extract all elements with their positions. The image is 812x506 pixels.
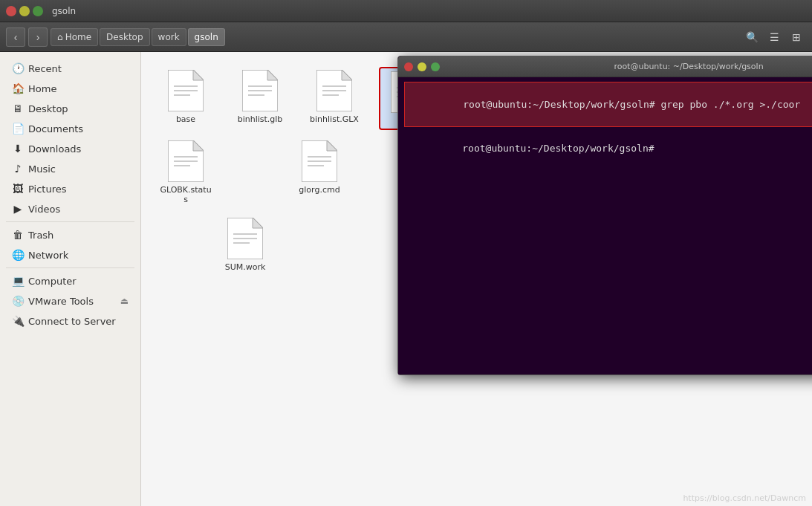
svg-marker-31 xyxy=(327,140,337,151)
terminal-line-0-text: root@ubuntu:~/Desktop/work/gsoln# grep p… xyxy=(463,99,800,110)
watermark: https://blog.csdn.net/Dawncm xyxy=(683,493,806,503)
svg-marker-26 xyxy=(193,140,204,151)
file-icon-base xyxy=(168,70,204,111)
network-icon: 🌐 xyxy=(12,249,24,261)
title-bar-close-button[interactable] xyxy=(6,6,16,16)
sidebar-item-downloads[interactable]: ⬇ Downloads xyxy=(3,139,137,158)
forward-button[interactable]: › xyxy=(28,27,48,47)
desktop-icon: 🖥 xyxy=(12,103,24,114)
title-bar-min-button[interactable] xyxy=(19,6,30,16)
file-item-binhlist-GLX[interactable]: binhlist.GLX xyxy=(305,67,364,130)
sidebar-item-connect[interactable]: 🔌 Connect to Server xyxy=(3,311,137,331)
sidebar-item-downloads-label: Downloads xyxy=(28,143,81,155)
sidebar-item-recent[interactable]: 🕐 Recent xyxy=(3,59,137,78)
file-item-GLOBK-status[interactable]: GLOBK.status xyxy=(156,137,215,207)
recent-icon: 🕐 xyxy=(12,62,24,74)
file-icon-glorg-cmd xyxy=(302,140,337,182)
terminal-body[interactable]: root@ubuntu:~/Desktop/work/gsoln# grep p… xyxy=(398,77,812,374)
music-icon: ♪ xyxy=(12,163,24,175)
title-bar-max-button[interactable] xyxy=(33,6,43,16)
sidebar-item-videos-label: Videos xyxy=(28,204,60,215)
svg-marker-11 xyxy=(342,70,352,80)
eject-icon[interactable]: ⏏ xyxy=(120,296,129,306)
svg-marker-36 xyxy=(253,218,263,228)
breadcrumb-home[interactable]: ⌂ Home xyxy=(51,28,98,46)
toolbar-right: 🔍 ☰ ⊞ xyxy=(742,27,806,47)
computer-icon: 💻 xyxy=(12,275,24,287)
home-icon: ⌂ xyxy=(57,32,63,42)
downloads-icon: ⬇ xyxy=(12,143,24,155)
file-icon-SUM-work xyxy=(227,218,263,259)
back-button[interactable]: ‹ xyxy=(6,27,25,47)
sidebar-item-documents-label: Documents xyxy=(28,123,83,134)
svg-marker-6 xyxy=(267,70,278,80)
view-list-button[interactable]: ☰ xyxy=(764,27,784,47)
sidebar-item-pictures-label: Pictures xyxy=(28,184,66,195)
sidebar-item-pictures[interactable]: 🖼 Pictures xyxy=(3,179,137,198)
sidebar-divider-2 xyxy=(6,267,134,268)
home-icon: 🏠 xyxy=(12,82,24,94)
vmware-icon: 💿 xyxy=(12,295,24,307)
terminal-title: root@ubuntu: ~/Desktop/work/gsoln xyxy=(444,62,812,71)
sidebar-item-vmware[interactable]: 💿 VMware Tools ⏏ xyxy=(3,291,137,311)
sidebar-item-videos[interactable]: ▶ Videos xyxy=(3,199,137,218)
search-button[interactable]: 🔍 xyxy=(742,27,761,47)
view-grid-button[interactable]: ⊞ xyxy=(787,27,806,47)
sidebar-item-network[interactable]: 🌐 Network xyxy=(3,245,137,265)
file-name-binhlist-glb: binhlist.glb xyxy=(238,114,283,124)
file-item-binhlist-glb[interactable]: binhlist.glb xyxy=(230,67,290,130)
sidebar-item-network-label: Network xyxy=(28,250,68,261)
title-bar: gsoln xyxy=(0,0,812,22)
file-name-glorg-cmd: glorg.cmd xyxy=(299,185,340,195)
sidebar-item-trash-label: Trash xyxy=(28,230,53,241)
breadcrumb: ⌂ Home Desktop work gsoln xyxy=(51,28,739,46)
breadcrumb-home-label: Home xyxy=(65,32,91,42)
sidebar-item-computer[interactable]: 💻 Computer xyxy=(3,271,137,291)
terminal-line-1-text: root@ubuntu:~/Desktop/work/gsoln# xyxy=(462,143,660,154)
sidebar-item-vmware-label: VMware Tools xyxy=(28,296,94,307)
file-name-SUM-work: SUM.work xyxy=(225,262,266,272)
terminal-line-0: root@ubuntu:~/Desktop/work/gsoln# grep p… xyxy=(404,82,812,127)
file-name-GLOBK-status: GLOBK.status xyxy=(159,185,212,204)
file-item-SUM-work[interactable]: SUM.work xyxy=(215,215,275,275)
sidebar-item-desktop[interactable]: 🖥 Desktop xyxy=(3,99,137,118)
terminal-close-button[interactable] xyxy=(404,62,413,71)
toolbar: ‹ › ⌂ Home Desktop work gsoln 🔍 ☰ ⊞ xyxy=(0,22,812,52)
terminal-min-button[interactable] xyxy=(418,62,426,71)
pictures-icon: 🖼 xyxy=(12,183,24,195)
videos-icon: ▶ xyxy=(12,203,24,215)
file-name-base: base xyxy=(176,114,195,124)
connect-icon: 🔌 xyxy=(12,315,24,327)
sidebar-item-home[interactable]: 🏠 Home xyxy=(3,79,137,98)
trash-icon: 🗑 xyxy=(12,229,24,241)
terminal-title-bar: root@ubuntu: ~/Desktop/work/gsoln xyxy=(398,56,812,77)
file-item-base[interactable]: base xyxy=(156,67,215,130)
sidebar: 🕐 Recent 🏠 Home 🖥 Desktop 📄 Documents ⬇ … xyxy=(0,52,141,506)
breadcrumb-gsoln[interactable]: gsoln xyxy=(188,28,225,46)
file-icon-binhlist-glb xyxy=(242,70,278,111)
file-icon-GLOBK-status xyxy=(168,140,204,182)
sidebar-item-recent-label: Recent xyxy=(28,63,62,74)
sidebar-item-music-label: Music xyxy=(28,163,56,175)
breadcrumb-desktop[interactable]: Desktop xyxy=(100,28,150,46)
terminal-max-button[interactable] xyxy=(431,62,440,71)
sidebar-item-documents[interactable]: 📄 Documents xyxy=(3,119,137,138)
breadcrumb-work[interactable]: work xyxy=(152,28,186,46)
sidebar-divider-1 xyxy=(6,221,134,222)
documents-icon: 📄 xyxy=(12,123,24,134)
main-layout: 🕐 Recent 🏠 Home 🖥 Desktop 📄 Documents ⬇ … xyxy=(0,52,812,506)
terminal-line-1: root@ubuntu:~/Desktop/work/gsoln# xyxy=(404,127,812,171)
file-area: base binhlist.glb xyxy=(141,52,812,506)
sidebar-item-desktop-label: Desktop xyxy=(28,103,68,114)
sidebar-item-computer-label: Computer xyxy=(28,276,77,287)
sidebar-item-connect-label: Connect to Server xyxy=(28,316,116,327)
sidebar-item-trash[interactable]: 🗑 Trash xyxy=(3,225,137,244)
file-name-binhlist-GLX: binhlist.GLX xyxy=(310,114,359,124)
file-item-glorg-cmd[interactable]: glorg.cmd xyxy=(290,137,349,207)
sidebar-item-home-label: Home xyxy=(28,83,56,94)
window-title: gsoln xyxy=(52,6,76,16)
file-icon-binhlist-GLX xyxy=(316,70,352,111)
sidebar-item-music[interactable]: ♪ Music xyxy=(3,159,137,178)
svg-marker-1 xyxy=(193,70,204,80)
terminal-window: root@ubuntu: ~/Desktop/work/gsoln root@u… xyxy=(397,56,812,375)
